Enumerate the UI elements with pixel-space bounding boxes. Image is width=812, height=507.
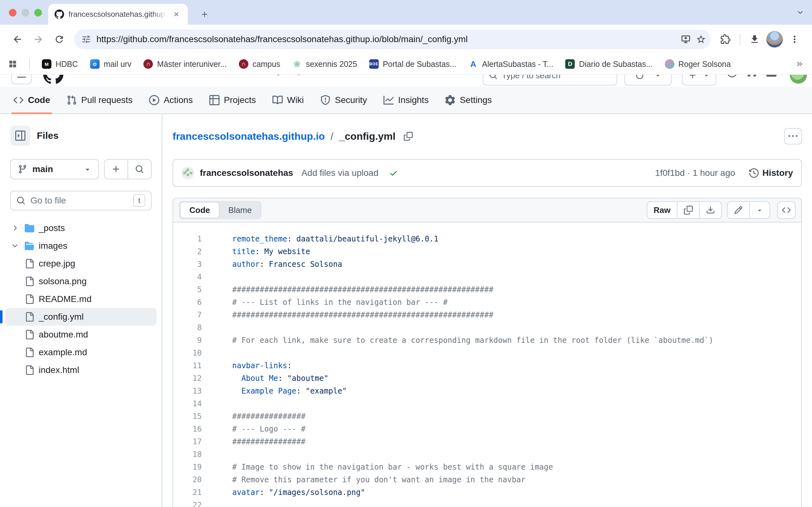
line-number[interactable]: 17: [173, 435, 202, 448]
browser-tab[interactable]: francescsolsonatehas.githup.io: [48, 4, 188, 25]
chevron-down-icon[interactable]: [9, 242, 20, 250]
history-button[interactable]: History: [749, 168, 793, 178]
tab-actions[interactable]: Actions: [141, 87, 201, 113]
line-number[interactable]: 19: [173, 461, 202, 473]
line-number[interactable]: 20: [173, 473, 202, 486]
download-raw-icon[interactable]: [699, 202, 721, 218]
tab-search-icon[interactable]: [796, 8, 805, 17]
tree-item-folder-open[interactable]: images: [5, 237, 157, 255]
bookmark-item[interactable]: o mail urv: [90, 59, 132, 69]
line-number[interactable]: 10: [173, 347, 202, 359]
line-number[interactable]: 7: [173, 308, 202, 321]
line-number[interactable]: 11: [173, 359, 202, 372]
global-search-input[interactable]: Type / to search: [483, 75, 617, 86]
install-app-icon[interactable]: [681, 34, 691, 44]
copy-file-icon[interactable]: [677, 202, 699, 218]
tree-item-file-selected[interactable]: _config.yml: [5, 308, 157, 326]
bookmark-item[interactable]: Roger Solsona: [665, 59, 731, 69]
collapse-sidebar-button[interactable]: [10, 125, 31, 146]
bookmarks-overflow-icon[interactable]: [796, 60, 804, 68]
issues-icon[interactable]: [727, 75, 737, 77]
github-logo-icon[interactable]: [43, 75, 63, 84]
bookmark-item[interactable]: BOE Portal de Subastas...: [369, 59, 456, 69]
forward-button[interactable]: [29, 30, 48, 49]
edit-dropdown-icon[interactable]: [749, 202, 769, 218]
tab-code[interactable]: Code: [5, 87, 58, 113]
tree-item-file[interactable]: solsona.png: [5, 273, 157, 290]
back-button[interactable]: [8, 30, 27, 49]
minimize-window-button[interactable]: [21, 9, 29, 16]
window-controls[interactable]: [9, 9, 42, 16]
line-number[interactable]: 6: [173, 296, 202, 308]
apps-grid-icon[interactable]: [8, 60, 17, 68]
bookmark-item[interactable]: D Diario de Subastas...: [565, 59, 653, 69]
tree-item-file[interactable]: README.md: [5, 290, 157, 308]
symbols-button[interactable]: [777, 201, 796, 219]
blame-view-tab[interactable]: Blame: [219, 202, 261, 218]
commit-author[interactable]: francescsolsonatehas: [200, 168, 293, 178]
tab-security[interactable]: Security: [312, 87, 375, 113]
close-window-button[interactable]: [9, 9, 16, 16]
bookmark-item[interactable]: A AlertaSubastas - T...: [468, 59, 554, 69]
bookmark-item[interactable]: ∩ campus: [239, 59, 281, 69]
copilot-button[interactable]: [624, 75, 672, 86]
bookmark-item[interactable]: M HDBC: [42, 59, 78, 69]
line-number[interactable]: 16: [173, 423, 202, 435]
line-number[interactable]: 9: [173, 334, 202, 347]
line-number[interactable]: 4: [173, 271, 202, 283]
browser-profile-avatar[interactable]: [766, 31, 783, 48]
bookmark-item[interactable]: ∩ Màster interuniver...: [143, 59, 227, 69]
line-number[interactable]: 13: [173, 385, 202, 397]
line-number[interactable]: 15: [173, 410, 202, 423]
line-number[interactable]: 8: [173, 321, 202, 334]
commit-sha-and-time[interactable]: 1f0f1bd · 1 hour ago: [655, 168, 735, 178]
line-number[interactable]: 18: [173, 448, 202, 461]
more-options-button[interactable]: [784, 128, 802, 145]
tree-item-file[interactable]: example.md: [5, 343, 157, 361]
line-number[interactable]: 2: [173, 245, 202, 258]
code-view-tab[interactable]: Code: [180, 202, 219, 218]
copy-path-icon[interactable]: [404, 132, 413, 141]
chevron-right-icon[interactable]: [9, 224, 20, 232]
commit-author-avatar[interactable]: [182, 167, 194, 179]
inbox-icon[interactable]: [766, 75, 776, 77]
line-number[interactable]: 14: [173, 397, 202, 410]
line-number[interactable]: 22: [173, 499, 202, 507]
new-tab-button[interactable]: [197, 7, 212, 21]
line-number[interactable]: 5: [173, 283, 202, 296]
checks-passed-icon[interactable]: [389, 169, 398, 177]
breadcrumb-repo-link[interactable]: francescsolsonatehas.githup.io: [172, 130, 325, 142]
pull-requests-icon[interactable]: [747, 75, 757, 77]
bookmark-item[interactable]: ❀ sexennis 2025: [292, 59, 357, 69]
line-number[interactable]: 12: [173, 372, 202, 385]
tab-insights[interactable]: Insights: [375, 87, 437, 113]
search-this-repo-button[interactable]: [128, 160, 151, 179]
github-user-avatar[interactable]: [790, 75, 807, 83]
reload-button[interactable]: [50, 30, 68, 49]
close-tab-icon[interactable]: [171, 9, 182, 19]
tab-settings[interactable]: Settings: [437, 87, 500, 113]
create-new-button[interactable]: [682, 75, 716, 86]
line-number[interactable]: 3: [173, 258, 202, 271]
bookmark-star-icon[interactable]: [696, 34, 706, 44]
browser-menu-icon[interactable]: [785, 30, 804, 49]
tab-projects[interactable]: Projects: [201, 87, 264, 113]
tab-wiki[interactable]: Wiki: [264, 87, 312, 113]
extensions-icon[interactable]: [716, 30, 734, 49]
zoom-window-button[interactable]: [34, 9, 42, 16]
address-bar[interactable]: https://github.com/francescsolsonatehas/…: [74, 30, 711, 49]
go-to-file-input[interactable]: Go to file t: [10, 191, 152, 210]
hamburger-menu-button[interactable]: [11, 75, 32, 84]
site-settings-icon[interactable]: [81, 34, 91, 44]
add-file-button[interactable]: [105, 160, 128, 179]
tab-pull-requests[interactable]: Pull requests: [58, 87, 141, 113]
header-repo-context[interactable]: francescsolsonatehas / francescsolsonate…: [79, 75, 313, 75]
downloads-icon[interactable]: [745, 30, 764, 49]
raw-button[interactable]: Raw: [647, 202, 677, 218]
commit-message-link[interactable]: Add files via upload: [301, 168, 378, 178]
branch-selector[interactable]: main: [10, 159, 99, 179]
line-number[interactable]: 21: [173, 486, 202, 499]
url-text[interactable]: https://github.com/francescsolsonatehas/…: [96, 34, 467, 44]
tree-item-file[interactable]: index.html: [5, 361, 157, 379]
tree-item-file[interactable]: aboutme.md: [5, 326, 157, 343]
